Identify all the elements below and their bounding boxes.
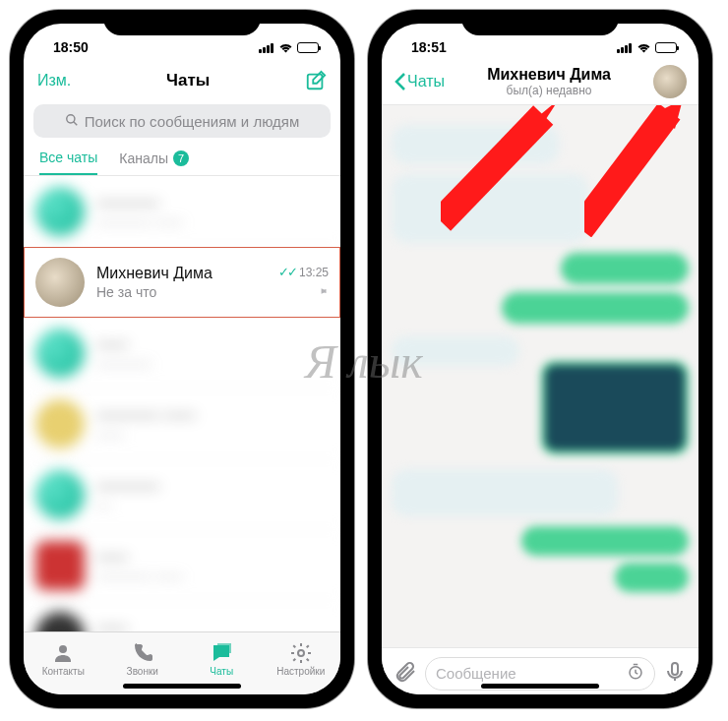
svg-rect-2 xyxy=(267,45,270,53)
list-item[interactable]: ———————— —— xyxy=(24,176,340,247)
svg-rect-4 xyxy=(308,75,323,90)
message-image[interactable] xyxy=(541,361,689,454)
signal-icon xyxy=(617,42,633,53)
svg-rect-8 xyxy=(617,49,620,53)
chat-meta: ✓✓13:25 xyxy=(278,265,329,300)
status-icons xyxy=(617,42,677,53)
notch xyxy=(461,10,619,35)
list-item[interactable]: ——— xyxy=(24,601,340,631)
svg-rect-11 xyxy=(629,43,632,53)
chat-name: Михневич Дима xyxy=(96,265,278,282)
tab-channels[interactable]: Каналы 7 xyxy=(119,150,189,175)
svg-point-7 xyxy=(298,650,304,656)
tabs: Все чаты Каналы 7 xyxy=(24,142,340,176)
attach-button[interactable] xyxy=(394,660,417,688)
timer-icon[interactable] xyxy=(627,663,644,684)
list-item[interactable]: ———— ———— xyxy=(24,389,340,459)
tabbar-chats-label: Чаты xyxy=(210,666,233,677)
list-item-highlighted[interactable]: Михневич Дима Не за что ✓✓13:25 xyxy=(24,247,340,318)
tabbar-chats[interactable]: Чаты xyxy=(182,632,262,685)
signal-icon xyxy=(259,42,274,53)
tabbar-calls-label: Звонки xyxy=(127,666,158,677)
notch xyxy=(103,10,261,35)
status-icons xyxy=(259,42,319,53)
page-title: Чаты xyxy=(166,71,210,90)
phone-left: 18:50 Изм. Чаты Поиск по сообщени xyxy=(10,10,354,708)
svg-rect-10 xyxy=(625,45,628,53)
conversation-area[interactable] xyxy=(382,105,698,647)
contact-name: Михневич Дима xyxy=(445,66,653,84)
svg-point-5 xyxy=(67,114,75,122)
message-out[interactable] xyxy=(521,526,689,556)
svg-rect-1 xyxy=(263,47,266,53)
svg-rect-15 xyxy=(584,105,680,237)
battery-icon xyxy=(655,42,677,53)
tabbar-settings[interactable]: Настройки xyxy=(262,632,341,685)
svg-rect-17 xyxy=(672,663,678,675)
edit-button[interactable]: Изм. xyxy=(37,72,71,90)
back-label: Чаты xyxy=(407,73,445,90)
input-placeholder: Сообщение xyxy=(436,665,516,682)
mic-button[interactable] xyxy=(663,660,687,688)
message-out[interactable] xyxy=(502,292,689,324)
contact-status: был(а) недавно xyxy=(445,84,653,97)
svg-rect-3 xyxy=(271,43,273,53)
list-item[interactable]: —————— —— xyxy=(24,530,340,601)
search-icon xyxy=(65,113,79,130)
tabbar-calls[interactable]: Звонки xyxy=(103,632,183,685)
tab-all-chats[interactable]: Все чаты xyxy=(39,150,97,175)
home-indicator[interactable] xyxy=(481,684,599,689)
pin-icon xyxy=(278,285,329,300)
conversation-header: Чаты Михневич Дима был(а) недавно xyxy=(382,61,698,105)
svg-rect-0 xyxy=(259,49,262,53)
back-button[interactable]: Чаты xyxy=(394,72,445,91)
conversation-title[interactable]: Михневич Дима был(а) недавно xyxy=(445,66,653,97)
compose-button[interactable] xyxy=(305,70,327,91)
read-checks-icon: ✓✓ xyxy=(278,265,296,279)
message-out[interactable] xyxy=(561,253,689,284)
message-out[interactable] xyxy=(615,563,689,592)
annotation-arrow xyxy=(584,105,698,237)
status-time: 18:50 xyxy=(53,39,89,55)
tab-channels-label: Каналы xyxy=(119,150,168,166)
avatar[interactable] xyxy=(653,65,687,98)
svg-rect-9 xyxy=(621,47,624,53)
chat-time: 13:25 xyxy=(299,266,329,279)
phone-right: 18:51 Чаты Михневич Дима был(а) недавно xyxy=(368,10,712,708)
chat-preview: Не за что xyxy=(96,284,278,300)
status-time: 18:51 xyxy=(411,39,447,55)
list-item[interactable]: —————— xyxy=(24,318,340,389)
svg-point-6 xyxy=(59,645,67,653)
avatar xyxy=(35,258,85,307)
tabbar-contacts[interactable]: Контакты xyxy=(24,632,103,685)
tabbar-contacts-label: Контакты xyxy=(42,666,85,677)
list-item[interactable]: ————— xyxy=(24,459,340,530)
wifi-icon xyxy=(278,42,293,53)
nav-header: Изм. Чаты xyxy=(24,61,340,100)
battery-icon xyxy=(297,42,319,53)
svg-rect-13 xyxy=(441,105,553,230)
search-placeholder: Поиск по сообщениям и людям xyxy=(85,113,300,130)
annotation-arrow xyxy=(441,105,569,237)
wifi-icon xyxy=(637,42,651,53)
home-indicator[interactable] xyxy=(123,684,241,689)
message-in[interactable] xyxy=(392,469,618,516)
screen-left: 18:50 Изм. Чаты Поиск по сообщени xyxy=(24,24,340,694)
message-in[interactable] xyxy=(392,336,519,366)
search-input[interactable]: Поиск по сообщениям и людям xyxy=(33,104,331,138)
screen-right: 18:51 Чаты Михневич Дима был(а) недавно xyxy=(382,24,698,694)
tabbar-settings-label: Настройки xyxy=(276,666,325,677)
chat-list[interactable]: ———————— —— Михневич Дима Не за что ✓✓13… xyxy=(24,176,340,631)
channels-badge: 7 xyxy=(173,150,189,166)
